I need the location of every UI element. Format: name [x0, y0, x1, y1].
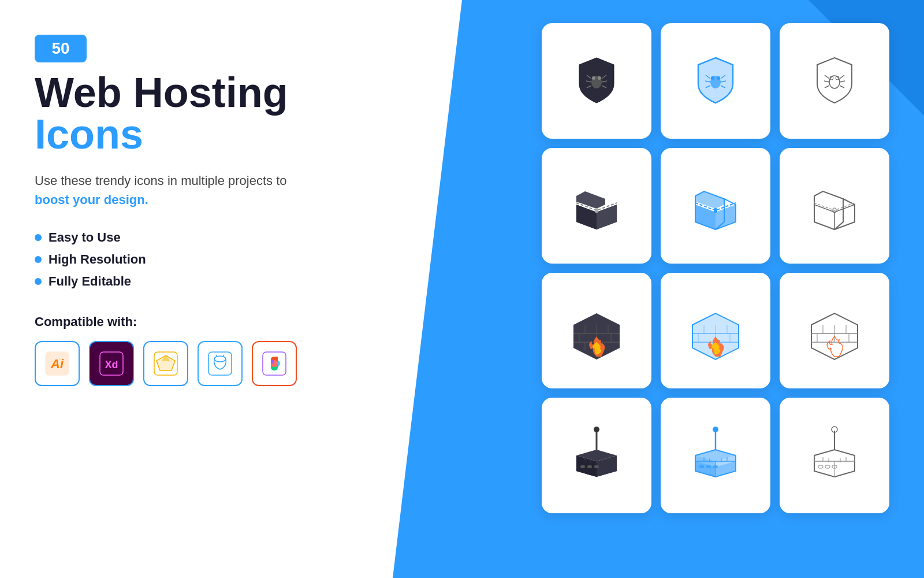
svg-rect-97	[818, 465, 823, 468]
firewall-outline-icon	[803, 299, 866, 362]
compat-icons-row: Ai Xd	[35, 341, 358, 386]
svg-rect-86	[713, 465, 718, 468]
folder-zip-outline-icon	[803, 174, 866, 238]
svg-rect-8	[208, 352, 232, 375]
photoshop-icon	[198, 341, 243, 386]
svg-rect-84	[699, 465, 704, 468]
svg-point-31	[717, 76, 720, 80]
icon-card-shield-outline	[780, 23, 889, 139]
svg-line-34	[824, 81, 829, 82]
icon-card-firewall-solid	[542, 273, 651, 388]
svg-rect-98	[825, 465, 830, 468]
icon-card-router-solid	[542, 398, 651, 513]
bullet-icon	[35, 234, 42, 241]
title-line2: Icons	[35, 113, 358, 155]
feature-item: Fully Editable	[35, 274, 358, 289]
svg-line-33	[825, 75, 829, 79]
figma-icon	[252, 341, 297, 386]
description-text: Use these trendy icons in multiple proje…	[35, 171, 312, 209]
bullet-icon	[35, 256, 42, 263]
bullet-icon	[35, 278, 42, 285]
svg-line-38	[840, 86, 844, 88]
icon-card-router-outline	[780, 398, 889, 513]
svg-rect-74	[594, 465, 599, 468]
illustrator-icon: Ai	[35, 341, 80, 386]
feature-item: High Resolution	[35, 252, 358, 267]
icon-card-folder-blue	[661, 148, 770, 264]
svg-rect-72	[580, 465, 585, 468]
svg-rect-85	[706, 465, 711, 468]
compatible-label: Compatible with:	[35, 314, 358, 329]
svg-point-9	[214, 356, 226, 362]
svg-rect-73	[587, 465, 592, 468]
icon-card-shield-blue	[661, 23, 770, 139]
icon-card-firewall-outline	[780, 273, 889, 388]
svg-point-21	[592, 76, 595, 80]
svg-rect-42	[714, 208, 717, 213]
svg-point-32	[829, 76, 840, 88]
svg-point-22	[598, 76, 601, 80]
highlight-text: boost your design.	[35, 192, 148, 207]
title-line1: Web Hosting	[35, 72, 358, 113]
sketch-icon	[143, 341, 188, 386]
router-outline-icon	[803, 424, 866, 487]
svg-line-36	[840, 75, 844, 79]
svg-line-37	[840, 81, 845, 82]
shield-bug-outline-icon	[803, 49, 866, 113]
icon-grid	[542, 23, 889, 513]
svg-text:Xd: Xd	[105, 359, 118, 370]
svg-rect-41	[595, 208, 598, 213]
svg-text:Ai: Ai	[50, 357, 64, 371]
svg-point-30	[711, 76, 714, 80]
icon-card-shield-solid	[542, 23, 651, 139]
router-blue-icon	[684, 424, 747, 487]
shield-bug-solid-icon	[565, 49, 628, 113]
features-list: Easy to Use High Resolution Fully Editab…	[35, 230, 358, 289]
icon-card-router-blue	[661, 398, 770, 513]
svg-point-83	[713, 427, 718, 432]
svg-point-71	[594, 427, 599, 432]
left-panel: 50 Web Hosting Icons Use these trendy ic…	[35, 35, 358, 386]
adobexd-icon: Xd	[89, 341, 134, 386]
icon-card-firewall-blue	[661, 273, 770, 388]
icon-card-folder-solid	[542, 148, 651, 264]
feature-item: Easy to Use	[35, 230, 358, 245]
router-solid-icon	[565, 424, 628, 487]
folder-zip-solid-icon	[565, 174, 628, 238]
folder-zip-blue-icon	[684, 174, 747, 238]
firewall-solid-icon	[565, 299, 628, 362]
firewall-blue-icon	[684, 299, 747, 362]
svg-line-35	[825, 86, 829, 88]
icon-card-folder-outline	[780, 148, 889, 264]
count-badge: 50	[35, 35, 87, 62]
shield-bug-blue-icon	[684, 49, 747, 113]
